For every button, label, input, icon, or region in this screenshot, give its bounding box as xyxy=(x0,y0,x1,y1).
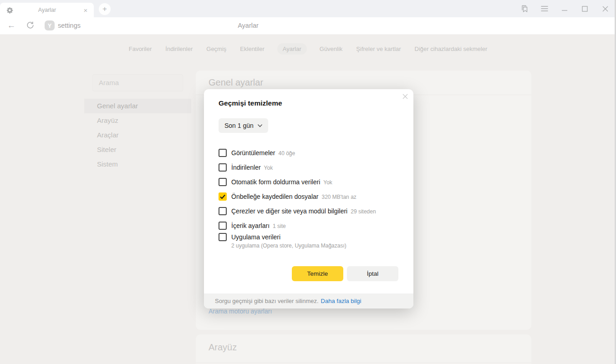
clear-button[interactable]: Temizle xyxy=(292,266,343,281)
dialog-buttons: Temizle İptal xyxy=(292,266,398,281)
option-label[interactable]: Görüntülemeler xyxy=(231,149,275,157)
checkbox-goruntulemeler[interactable] xyxy=(219,149,227,157)
option-label[interactable]: Uygulama verileri xyxy=(231,233,280,241)
checkbox-icerik-ayarlari[interactable] xyxy=(219,222,227,230)
option-label[interactable]: Önbelleğe kaydedilen dosyalar xyxy=(231,193,318,200)
list-item: Uygulama verileri 2 uygulama (Opera stor… xyxy=(219,233,401,250)
checkbox-cerezler[interactable] xyxy=(219,207,227,215)
clear-history-dialog: Geçmişi temizleme Son 1 gün Görüntülemel… xyxy=(204,89,413,308)
option-label[interactable]: İçerik ayarları xyxy=(231,222,270,229)
option-label[interactable]: Otomatik form doldurma verileri xyxy=(231,178,320,186)
list-item: İçerik ayarları 1 site xyxy=(219,218,401,233)
option-detail: Yok xyxy=(323,178,332,186)
clear-options-list: Görüntülemeler 40 öğe İndirilenler Yok O… xyxy=(219,146,401,250)
footer-note: Sorgu geçmişi gibi bazı veriler silinmez… xyxy=(215,298,319,304)
dialog-close-icon[interactable] xyxy=(400,91,411,102)
browser-window: Ayarlar × + ← Y xyxy=(0,0,616,364)
cancel-button[interactable]: İptal xyxy=(347,266,398,281)
list-item: İndirilenler Yok xyxy=(219,160,401,175)
option-label[interactable]: İndirilenler xyxy=(231,164,261,171)
option-detail: 320 MB'tan az xyxy=(321,193,356,200)
checkbox-onbellek[interactable] xyxy=(219,192,227,201)
list-item: Görüntülemeler 40 öğe xyxy=(219,146,401,160)
checkbox-uygulama-verileri[interactable] xyxy=(219,233,227,241)
option-detail: 40 öğe xyxy=(279,149,295,157)
chevron-down-icon xyxy=(258,124,262,127)
time-range-value: Son 1 gün xyxy=(224,122,254,129)
list-item: Çerezler ve diğer site veya modül bilgil… xyxy=(219,204,401,218)
more-info-link[interactable]: Daha fazla bilgi xyxy=(321,298,361,304)
time-range-dropdown[interactable]: Son 1 gün xyxy=(219,118,268,133)
option-detail: 1 site xyxy=(273,222,286,229)
list-item: Otomatik form doldurma verileri Yok xyxy=(219,175,401,189)
dialog-title: Geçmişi temizleme xyxy=(219,99,282,107)
list-item: Önbelleğe kaydedilen dosyalar 320 MB'tan… xyxy=(219,189,401,204)
option-label[interactable]: Çerezler ve diğer site veya modül bilgil… xyxy=(231,207,347,215)
dialog-footer: Sorgu geçmişi gibi bazı veriler silinmez… xyxy=(204,293,413,308)
option-detail: Yok xyxy=(264,164,273,171)
checkbox-form-doldurma[interactable] xyxy=(219,178,227,186)
checkbox-indirilenler[interactable] xyxy=(219,163,227,172)
option-detail: 29 siteden xyxy=(351,207,376,215)
option-sub-detail: 2 uygulama (Opera store, Uygulama Mağaza… xyxy=(231,241,401,250)
